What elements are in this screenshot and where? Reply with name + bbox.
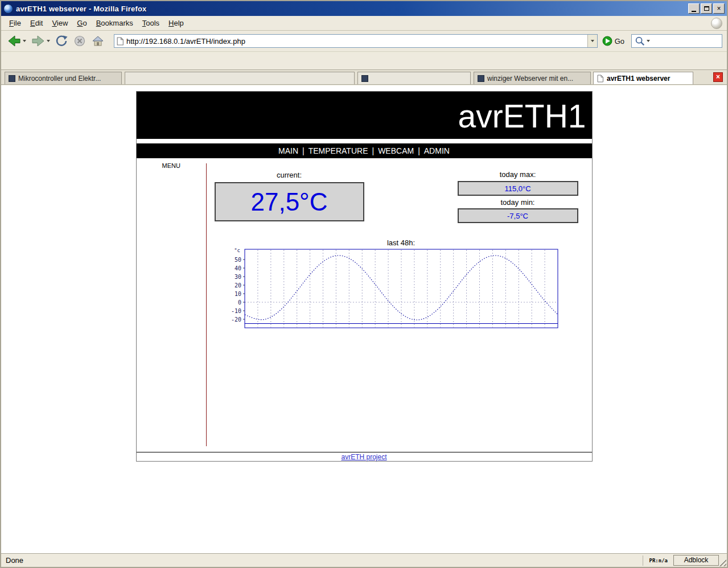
reload-button[interactable]: [54, 32, 69, 50]
svg-text:50: 50: [234, 257, 241, 263]
minimize-icon: [692, 11, 696, 12]
menu-item-view[interactable]: View: [47, 17, 72, 29]
site-nav: MAIN|TEMPERATURE|WEBCAM|ADMIN: [137, 143, 592, 158]
url-dropdown-button[interactable]: [587, 35, 597, 47]
footer-project-link[interactable]: avrETH project: [341, 453, 386, 461]
go-label: Go: [615, 37, 624, 46]
tab-2[interactable]: [125, 72, 355, 84]
tab-strip: Mikrocontroller und Elektr... winziger W…: [1, 70, 727, 85]
maximize-icon: [704, 6, 709, 11]
tab-close-button[interactable]: ×: [713, 72, 723, 82]
current-temperature-box: 27,5°C: [215, 182, 364, 221]
forward-button[interactable]: [30, 32, 51, 50]
today-min-label: today min:: [458, 198, 578, 207]
search-bar: [631, 34, 722, 48]
today-max-box: 115,0°C: [458, 181, 578, 196]
tab-1[interactable]: Mikrocontroller und Elektr...: [5, 72, 122, 84]
tab-3-favicon-icon: [361, 75, 368, 82]
browser-window: avrETH1 webserver - Mozilla Firefox × Fi…: [0, 0, 728, 568]
temperature-chart: 50403020100-10-20°c: [219, 245, 561, 331]
back-arrow-icon: [7, 34, 22, 48]
stop-icon: [73, 34, 87, 48]
today-max-value: 115,0°C: [504, 184, 530, 193]
nav-separator: |: [372, 146, 374, 155]
pagerank-badge: PR:n/a: [643, 555, 673, 566]
tab-4[interactable]: winziger Webserver mit en...: [474, 72, 591, 84]
svg-text:°c: °c: [234, 248, 240, 253]
tab-5-page-icon: [597, 75, 604, 83]
forward-arrow-icon: [31, 34, 46, 48]
window-title: avrETH1 webserver - Mozilla Firefox: [16, 5, 687, 13]
back-dropdown-icon[interactable]: [23, 40, 26, 42]
back-button[interactable]: [6, 32, 27, 50]
status-bar: Done PR:n/a Adblock: [1, 553, 727, 567]
tab-1-favicon-icon: [9, 75, 15, 82]
today-max-label: today max:: [500, 170, 536, 179]
nav-link-webcam[interactable]: WEBCAM: [378, 146, 414, 155]
url-dropdown-icon: [591, 40, 594, 42]
current-label: current:: [277, 171, 302, 179]
resize-grip[interactable]: [718, 558, 726, 566]
site-footer: avrETH project: [137, 452, 592, 462]
home-icon: [91, 34, 105, 48]
search-icon: [634, 35, 645, 47]
current-temperature-group: current: 27,5°C: [215, 170, 364, 221]
page-icon: [117, 37, 124, 46]
svg-text:-20: -20: [231, 316, 241, 323]
tab-3[interactable]: [357, 72, 471, 84]
navigation-toolbar: Go: [1, 31, 727, 52]
site-brand: avrETH1: [137, 92, 592, 139]
menu-item-bookmarks[interactable]: Bookmarks: [92, 17, 138, 29]
tab-5-label: avrETH1 webserver: [607, 75, 670, 83]
tab-4-favicon-icon: [478, 75, 484, 82]
reload-icon: [55, 34, 68, 48]
nav-link-admin[interactable]: ADMIN: [424, 146, 450, 155]
today-maxmin-group: today max: 115,0°C today min: -7,5°C: [458, 169, 578, 223]
status-text: Done: [1, 556, 643, 565]
adblock-button[interactable]: Adblock: [673, 555, 719, 566]
nav-link-main[interactable]: MAIN: [278, 146, 298, 155]
tab-5-active[interactable]: avrETH1 webserver: [593, 72, 693, 84]
home-button[interactable]: [90, 32, 106, 50]
minimize-button[interactable]: [688, 3, 700, 14]
menu-label: MENU: [162, 162, 180, 169]
go-button[interactable]: Go: [602, 36, 624, 46]
header-gap: [137, 139, 592, 143]
svg-text:10: 10: [234, 291, 241, 297]
svg-text:30: 30: [234, 274, 241, 280]
today-min-box: -7,5°C: [458, 208, 578, 223]
go-icon: [602, 36, 612, 46]
menu-divider: [206, 163, 207, 446]
nav-separator: |: [418, 146, 420, 155]
tab-4-label: winziger Webserver mit en...: [487, 75, 573, 83]
nav-link-temperature[interactable]: TEMPERATURE: [309, 146, 368, 155]
url-input[interactable]: [126, 35, 587, 47]
forward-dropdown-icon[interactable]: [47, 40, 50, 42]
menu-item-help[interactable]: Help: [164, 17, 188, 29]
maximize-button[interactable]: [701, 3, 712, 14]
svg-text:0: 0: [237, 299, 241, 306]
stop-button[interactable]: [72, 32, 88, 50]
search-input[interactable]: [650, 37, 719, 46]
tab-1-label: Mikrocontroller und Elektr...: [18, 75, 101, 83]
throbber-icon: [711, 18, 722, 29]
svg-text:-10: -10: [231, 308, 241, 314]
site-header: avrETH1: [137, 92, 592, 139]
menu-item-edit[interactable]: Edit: [26, 17, 47, 29]
nav-separator: |: [302, 146, 305, 155]
menu-item-go[interactable]: Go: [72, 17, 91, 29]
site-body: MENU current: 27,5°C today max: 115,0°C …: [137, 158, 592, 452]
page-viewport: avrETH1 MAIN|TEMPERATURE|WEBCAM|ADMIN ME…: [1, 85, 727, 553]
close-button[interactable]: ×: [713, 3, 725, 14]
current-temperature-value: 27,5°C: [250, 188, 327, 216]
site-container: avrETH1 MAIN|TEMPERATURE|WEBCAM|ADMIN ME…: [136, 91, 593, 462]
menubar: File Edit View Go Bookmarks Tools Help: [1, 16, 727, 31]
svg-text:40: 40: [234, 265, 241, 271]
url-bar: [114, 34, 598, 48]
bookmarks-toolbar: [1, 52, 727, 70]
menu-item-file[interactable]: File: [5, 17, 26, 29]
svg-text:20: 20: [234, 282, 241, 289]
menu-item-tools[interactable]: Tools: [138, 17, 164, 29]
today-min-value: -7,5°C: [507, 212, 528, 220]
firefox-logo-icon: [3, 4, 13, 14]
